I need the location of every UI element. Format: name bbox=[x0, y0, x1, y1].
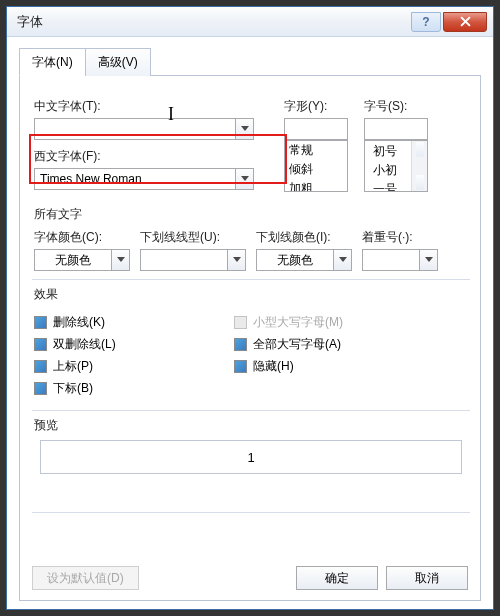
strike-checkbox[interactable]: 删除线(K) bbox=[34, 314, 234, 331]
subscript-checkbox[interactable]: 下标(B) bbox=[34, 380, 234, 397]
checkbox-icon bbox=[34, 360, 47, 373]
tab-advanced[interactable]: 高级(V) bbox=[85, 48, 151, 76]
window-title: 字体 bbox=[17, 13, 43, 31]
underline-color-label: 下划线颜色(I): bbox=[256, 229, 352, 246]
preview-box: 1 bbox=[40, 440, 462, 474]
footer: 设为默认值(D) 确定 取消 bbox=[32, 566, 468, 590]
checkbox-icon bbox=[34, 338, 47, 351]
smallcaps-checkbox: 小型大写字母(M) bbox=[234, 314, 468, 331]
tab-font[interactable]: 字体(N) bbox=[19, 48, 86, 76]
list-item[interactable]: 初号 bbox=[369, 142, 407, 161]
scroll-down-icon[interactable] bbox=[416, 175, 424, 190]
checkbox-icon bbox=[34, 382, 47, 395]
emphasis-label: 着重号(·): bbox=[362, 229, 438, 246]
font-dialog: 字体 ? 字体(N) 高级(V) 中文字体(T): 字形(Y): 字号(S): bbox=[6, 6, 494, 610]
list-item[interactable]: 一号 bbox=[369, 180, 407, 192]
underline-style-label: 下划线线型(U): bbox=[140, 229, 246, 246]
ok-button[interactable]: 确定 bbox=[296, 566, 378, 590]
dropdown-arrow-icon bbox=[419, 250, 437, 270]
double-strike-checkbox[interactable]: 双删除线(L) bbox=[34, 336, 234, 353]
help-button[interactable]: ? bbox=[411, 12, 441, 32]
style-label: 字形(Y): bbox=[284, 98, 348, 115]
preview-label: 预览 bbox=[34, 417, 468, 434]
scroll-up-icon[interactable] bbox=[416, 142, 424, 157]
dropdown-arrow-icon bbox=[111, 250, 129, 270]
dropdown-arrow-icon bbox=[333, 250, 351, 270]
superscript-checkbox[interactable]: 上标(P) bbox=[34, 358, 234, 375]
style-listbox[interactable]: 常规 倾斜 加粗 bbox=[284, 140, 348, 192]
font-panel: 中文字体(T): 字形(Y): 字号(S): bbox=[19, 76, 481, 601]
effects-label: 效果 bbox=[34, 286, 468, 303]
checkbox-icon bbox=[234, 360, 247, 373]
cn-font-combo[interactable] bbox=[34, 118, 254, 140]
list-item[interactable]: 常规 bbox=[285, 141, 347, 160]
cn-font-label: 中文字体(T): bbox=[34, 98, 254, 115]
close-button[interactable] bbox=[443, 12, 487, 32]
cancel-button[interactable]: 取消 bbox=[386, 566, 468, 590]
font-color-combo[interactable]: 无颜色 bbox=[34, 249, 130, 271]
font-color-label: 字体颜色(C): bbox=[34, 229, 130, 246]
size-listbox[interactable]: 初号 小初 一号 bbox=[364, 140, 428, 192]
all-text-label: 所有文字 bbox=[34, 206, 468, 223]
dropdown-arrow-icon bbox=[235, 169, 253, 189]
scrollbar[interactable] bbox=[411, 141, 427, 191]
set-default-button: 设为默认值(D) bbox=[32, 566, 139, 590]
underline-color-combo[interactable]: 无颜色 bbox=[256, 249, 352, 271]
size-label: 字号(S): bbox=[364, 98, 428, 115]
close-icon bbox=[460, 16, 471, 27]
titlebar: 字体 ? bbox=[7, 7, 493, 37]
tabstrip: 字体(N) 高级(V) bbox=[19, 47, 481, 76]
latin-font-combo[interactable]: Times New Roman bbox=[34, 168, 254, 190]
list-item[interactable]: 小初 bbox=[369, 161, 407, 180]
list-item[interactable]: 倾斜 bbox=[285, 160, 347, 179]
size-input[interactable] bbox=[364, 118, 428, 140]
dropdown-arrow-icon bbox=[235, 119, 253, 139]
checkbox-icon bbox=[234, 338, 247, 351]
dialog-body: 字体(N) 高级(V) 中文字体(T): 字形(Y): 字号(S): bbox=[7, 37, 493, 609]
emphasis-combo[interactable] bbox=[362, 249, 438, 271]
checkbox-icon bbox=[234, 316, 247, 329]
style-input[interactable] bbox=[284, 118, 348, 140]
checkbox-icon bbox=[34, 316, 47, 329]
list-item[interactable]: 加粗 bbox=[285, 179, 347, 192]
hidden-checkbox[interactable]: 隐藏(H) bbox=[234, 358, 468, 375]
underline-style-combo[interactable] bbox=[140, 249, 246, 271]
dropdown-arrow-icon bbox=[227, 250, 245, 270]
allcaps-checkbox[interactable]: 全部大写字母(A) bbox=[234, 336, 468, 353]
latin-font-label: 西文字体(F): bbox=[34, 148, 254, 165]
